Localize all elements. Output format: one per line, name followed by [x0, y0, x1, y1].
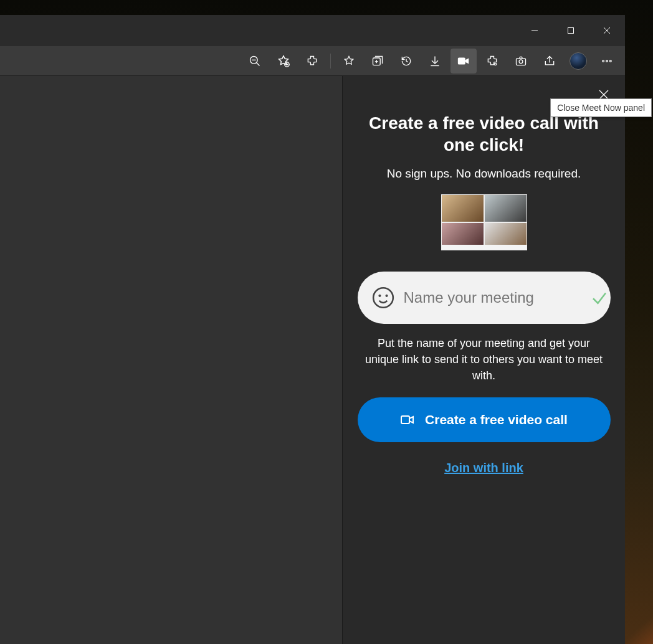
window-titlebar	[0, 15, 625, 46]
svg-point-25	[379, 295, 380, 296]
window-close-button[interactable]	[589, 15, 625, 46]
panel-hint: Put the name of your meeting and get you…	[358, 335, 610, 384]
webpage-area[interactable]	[0, 76, 342, 644]
share-icon[interactable]	[536, 49, 563, 73]
svg-rect-27	[401, 416, 409, 424]
screenshot-icon[interactable]	[508, 49, 534, 73]
zoom-out-icon[interactable]	[242, 49, 268, 73]
performance-icon[interactable]	[479, 49, 505, 73]
downloads-icon[interactable]	[422, 49, 448, 73]
join-with-link[interactable]: Join with link	[444, 461, 523, 475]
checkmark-icon	[590, 288, 609, 307]
history-icon[interactable]	[393, 49, 419, 73]
meet-now-button[interactable]	[450, 49, 477, 73]
illustration-thumbnail	[441, 194, 527, 250]
svg-point-18	[519, 59, 523, 63]
window-minimize-button[interactable]	[517, 15, 553, 46]
svg-point-26	[386, 295, 387, 296]
extensions-icon[interactable]	[299, 49, 325, 73]
svg-rect-15	[458, 57, 465, 64]
browser-toolbar	[0, 46, 625, 76]
svg-rect-1	[568, 28, 574, 34]
svg-line-5	[257, 62, 260, 65]
create-call-label: Create a free video call	[425, 412, 568, 427]
add-favorite-icon[interactable]	[270, 49, 297, 73]
window-maximize-button[interactable]	[553, 15, 589, 46]
svg-point-19	[603, 60, 604, 62]
panel-title: Create a free video call with one click!	[365, 112, 603, 156]
toolbar-separator	[330, 54, 331, 69]
meeting-name-input[interactable]	[395, 289, 590, 306]
profile-avatar	[570, 52, 587, 70]
svg-point-24	[373, 288, 393, 308]
svg-point-20	[606, 60, 608, 62]
svg-point-21	[610, 60, 612, 62]
create-call-button[interactable]: Create a free video call	[358, 397, 611, 442]
more-icon[interactable]	[594, 49, 620, 73]
profile-button[interactable]	[565, 49, 591, 73]
panel-subtitle: No sign ups. No downloads required.	[387, 167, 581, 181]
content-area: Create a free video call with one click!…	[0, 76, 625, 644]
smiley-icon	[371, 286, 395, 310]
browser-window: Create a free video call with one click!…	[0, 15, 625, 644]
close-panel-tooltip: Close Meet Now panel	[550, 98, 652, 117]
meet-now-panel: Create a free video call with one click!…	[342, 76, 625, 644]
collections-icon[interactable]	[365, 49, 391, 73]
favorites-icon[interactable]	[336, 49, 362, 73]
meeting-name-field[interactable]	[358, 272, 611, 324]
svg-point-16	[494, 63, 496, 65]
